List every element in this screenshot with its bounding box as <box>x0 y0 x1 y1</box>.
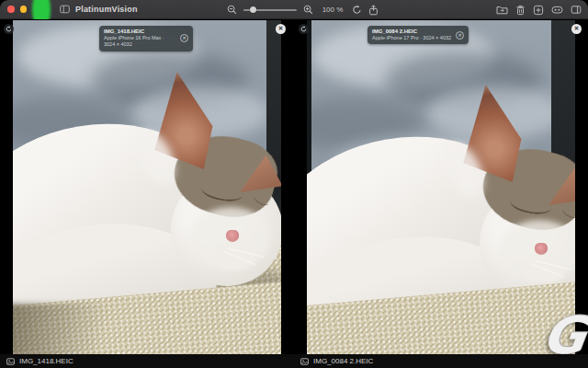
photo-icon <box>300 358 309 365</box>
window-proxy-icon <box>60 5 70 14</box>
close-image-button[interactable]: ✕ <box>571 24 582 34</box>
gallery-icon[interactable] <box>551 5 563 15</box>
status-filename: IMG_0084 2.HEIC <box>313 357 373 365</box>
sidebar-icon[interactable] <box>571 5 582 15</box>
export-folder-icon[interactable] <box>496 5 508 15</box>
zoom-out-icon[interactable] <box>227 5 237 15</box>
share-icon[interactable] <box>368 5 379 16</box>
app-title: PlatinumVision <box>75 5 138 14</box>
zoom-controls: 100 % <box>227 0 379 19</box>
statusbar-left: IMG_1418.HEIC <box>0 354 294 368</box>
zoom-level-value: 100 % <box>320 6 345 14</box>
zoom-slider[interactable] <box>243 6 297 14</box>
photo-icon <box>6 358 15 365</box>
zoom-slider-handle[interactable] <box>250 6 256 13</box>
photo-left[interactable] <box>13 20 281 354</box>
rotate-icon[interactable] <box>352 5 362 15</box>
cat-nose <box>226 230 239 242</box>
toolbar-actions <box>496 0 582 19</box>
close-icon: ✕ <box>278 26 283 32</box>
minimize-window-button[interactable] <box>20 6 28 13</box>
image-metadata: Apple iPhone 17 Pro · 3024 × 4032 <box>372 35 451 41</box>
image-metadata: Apple iPhone 16 Pro Max · 3024 × 4032 <box>104 35 175 49</box>
image-info-badge: IMG_0084 2.HEIC Apple iPhone 17 Pro · 30… <box>368 26 469 44</box>
close-window-button[interactable] <box>7 6 15 13</box>
photo-right[interactable] <box>307 20 575 354</box>
mat-shadow <box>13 304 137 354</box>
badge-close-button[interactable]: ✕ <box>180 34 188 42</box>
image-filename: IMG_0084 2.HEIC <box>372 29 451 34</box>
image-info-badge: IMG_1418.HEIC Apple iPhone 16 Pro Max · … <box>99 26 193 52</box>
titlebar: PlatinumVision 100 % <box>0 0 588 19</box>
app-window: PlatinumVision 100 % <box>0 0 588 368</box>
image-info-text: IMG_1418.HEIC Apple iPhone 16 Pro Max · … <box>104 29 175 49</box>
cat-nose <box>535 243 548 255</box>
status-filename: IMG_1418.HEIC <box>19 357 74 365</box>
compare-view: ✕ IMG_1418.HEIC Apple iPhone 16 Pro Max … <box>0 19 588 368</box>
zoom-in-icon[interactable] <box>303 5 313 15</box>
watermark-logo: G <box>540 316 588 356</box>
close-image-button[interactable]: ✕ <box>276 24 286 34</box>
badge-close-button[interactable]: ✕ <box>456 31 464 40</box>
add-icon[interactable] <box>533 5 544 16</box>
close-icon: ✕ <box>182 36 186 40</box>
close-icon: ✕ <box>574 26 579 32</box>
rotate-image-button[interactable] <box>4 24 14 34</box>
rotate-image-button[interactable] <box>299 24 309 34</box>
trash-icon[interactable] <box>515 5 526 16</box>
close-icon: ✕ <box>458 33 461 38</box>
image-filename: IMG_1418.HEIC <box>104 29 175 34</box>
pane-right: ✕ IMG_0084 2.HEIC Apple iPhone 17 Pro · … <box>294 19 588 368</box>
pane-left: ✕ IMG_1418.HEIC Apple iPhone 16 Pro Max … <box>0 19 294 368</box>
image-info-text: IMG_0084 2.HEIC Apple iPhone 17 Pro · 30… <box>372 29 451 41</box>
